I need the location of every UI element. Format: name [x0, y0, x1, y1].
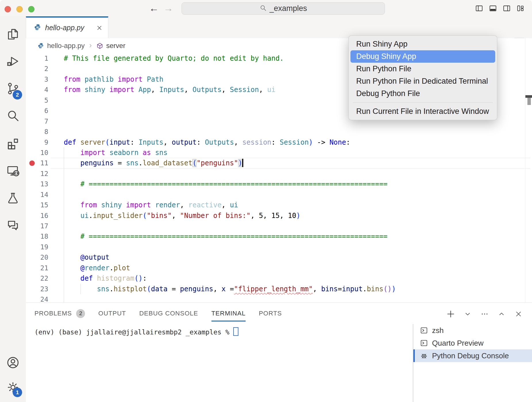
- menu-item-2[interactable]: Run Python File: [350, 63, 495, 75]
- code-line-23[interactable]: 23 sns.histplot(data = penguins, x ="fli…: [26, 284, 532, 294]
- line-number[interactable]: 20: [26, 252, 48, 263]
- layout-panel-icon: [489, 4, 497, 13]
- breadcrumb-file[interactable]: hello-app.py: [47, 42, 85, 50]
- indent-guide: [64, 231, 64, 242]
- layout-sidebar-left-icon[interactable]: [475, 4, 484, 13]
- line-number[interactable]: 10: [26, 148, 48, 158]
- line-number[interactable]: 7: [26, 116, 48, 127]
- activity-item-search[interactable]: [0, 102, 26, 129]
- menu-item-1[interactable]: Debug Shiny App: [350, 50, 495, 63]
- layout-panel-icon[interactable]: [488, 4, 498, 13]
- indent-guide: [64, 263, 64, 273]
- activity-item-source-control[interactable]: 2: [0, 75, 26, 102]
- new-terminal-button[interactable]: [446, 309, 456, 319]
- maximize-panel-button[interactable]: [497, 309, 506, 319]
- code-line-19[interactable]: 19: [26, 242, 532, 252]
- line-number[interactable]: 13: [26, 179, 48, 189]
- code-line-9[interactable]: 9def server(input: Inputs, output: Outpu…: [26, 137, 532, 148]
- scrollbar-thumb[interactable]: [527, 98, 531, 105]
- code-line-16[interactable]: 16 ui.input_slider("bins", "Number of bi…: [26, 210, 532, 221]
- panel-tab-terminal[interactable]: TERMINAL: [211, 310, 246, 317]
- panel-tab-problems[interactable]: PROBLEMS2: [34, 309, 85, 318]
- activity-item-accounts[interactable]: [0, 350, 26, 375]
- code-line-22[interactable]: 22 def histogram():: [26, 273, 532, 284]
- search-input[interactable]: _examples: [182, 2, 385, 15]
- line-number[interactable]: 4: [26, 85, 48, 95]
- python-icon: [34, 23, 41, 31]
- code-line-13[interactable]: 13 # ===================================…: [26, 179, 532, 189]
- terminal-profile-dropdown-button[interactable]: [463, 309, 473, 319]
- window-minimize-button[interactable]: [16, 6, 23, 12]
- code-line-17[interactable]: 17: [26, 221, 532, 231]
- code-line-20[interactable]: 20 @output: [26, 252, 532, 263]
- line-number[interactable]: 5: [26, 95, 48, 106]
- activity-item-comments[interactable]: [0, 211, 26, 239]
- line-number[interactable]: 18: [26, 231, 48, 242]
- code-line-24[interactable]: 24: [26, 294, 532, 303]
- vscode-window: ← → _examples 2 1 hello-app.py undefined…: [0, 0, 532, 402]
- line-number[interactable]: 14: [26, 189, 48, 200]
- code-line-8[interactable]: 8: [26, 127, 532, 137]
- menu-item-0[interactable]: Run Shiny App: [350, 38, 495, 50]
- line-number[interactable]: 17: [26, 221, 48, 231]
- menu-item-4[interactable]: Debug Python File: [350, 87, 495, 100]
- activity-item-explorer[interactable]: [0, 20, 26, 47]
- panel-tab-debug-console[interactable]: DEBUG CONSOLE: [139, 310, 198, 317]
- code-line-15[interactable]: 15 from shiny import render, reactive, u…: [26, 200, 532, 210]
- line-number[interactable]: 3: [26, 74, 48, 85]
- line-number[interactable]: 16: [26, 210, 48, 221]
- line-number[interactable]: 9: [26, 137, 48, 148]
- panel-tab-output[interactable]: OUTPUT: [98, 310, 126, 317]
- code-line-18[interactable]: 18 # ===================================…: [26, 231, 532, 242]
- layout-customize-icon[interactable]: [516, 4, 525, 13]
- indent-guide: [64, 148, 64, 158]
- activity-item-run-and-debug[interactable]: [0, 47, 26, 75]
- code-line-21[interactable]: 21 @render.plot: [26, 263, 532, 273]
- window-zoom-button[interactable]: [28, 6, 34, 12]
- line-number[interactable]: 15: [26, 200, 48, 210]
- terminal-list-item-zsh[interactable]: zsh: [413, 324, 532, 337]
- indent-guide: [64, 242, 64, 252]
- code-line-10[interactable]: 10 import seaborn as sns: [26, 148, 532, 158]
- activity-item-remote-explorer[interactable]: [0, 157, 26, 184]
- line-number[interactable]: 8: [26, 127, 48, 137]
- activity-item-testing[interactable]: [0, 184, 26, 211]
- code-text: [48, 64, 64, 74]
- activity-item-settings[interactable]: 1: [0, 375, 26, 400]
- back-icon[interactable]: ←: [148, 1, 160, 15]
- code-text: [48, 189, 64, 200]
- window-close-button[interactable]: [5, 6, 11, 12]
- debug-console-icon: [420, 351, 428, 360]
- terminal-list-item-quarto-preview[interactable]: Quarto Preview: [413, 337, 532, 349]
- code-line-12[interactable]: 12: [26, 169, 532, 179]
- terminal-prompt[interactable]: (env) (base) jjallaire@jjallairesmbp2 _e…: [34, 327, 238, 336]
- close-panel-button[interactable]: [514, 309, 523, 319]
- line-number[interactable]: 1: [26, 53, 48, 64]
- menu-item-3[interactable]: Run Python File in Dedicated Terminal: [350, 75, 495, 87]
- code-line-14[interactable]: 14: [26, 189, 532, 200]
- line-number[interactable]: 23: [26, 284, 48, 294]
- breadcrumb-symbol[interactable]: server: [106, 42, 126, 50]
- breakpoint-dot[interactable]: [29, 160, 35, 166]
- close-icon[interactable]: [96, 24, 103, 31]
- close-icon: [514, 310, 523, 318]
- menu-item-6[interactable]: Run Current File in Interactive Window: [350, 105, 495, 118]
- line-number[interactable]: 12: [26, 169, 48, 179]
- panel-more-actions-button[interactable]: [480, 309, 489, 319]
- line-number[interactable]: 6: [26, 106, 48, 116]
- line-number[interactable]: 22: [26, 273, 48, 284]
- line-number[interactable]: 21: [26, 263, 48, 273]
- indent-guide: [64, 210, 64, 221]
- scrollbar-gutter-line: [525, 38, 525, 303]
- tab-hello-app-py[interactable]: hello-app.py: [26, 16, 108, 38]
- line-number[interactable]: 2: [26, 64, 48, 74]
- terminal-list-item-python-debug-console[interactable]: Python Debug Console: [413, 349, 532, 362]
- activity-item-extensions[interactable]: [0, 129, 26, 157]
- code-line-11[interactable]: 11 penguins = sns.load_dataset("penguins…: [26, 158, 532, 168]
- panel-tab-ports[interactable]: PORTS: [259, 310, 282, 317]
- line-number[interactable]: 19: [26, 242, 48, 252]
- forward-icon[interactable]: →: [163, 1, 174, 15]
- line-number[interactable]: 24: [26, 294, 48, 303]
- chevron-down-icon: [464, 310, 472, 318]
- layout-sidebar-right-icon[interactable]: [502, 4, 511, 13]
